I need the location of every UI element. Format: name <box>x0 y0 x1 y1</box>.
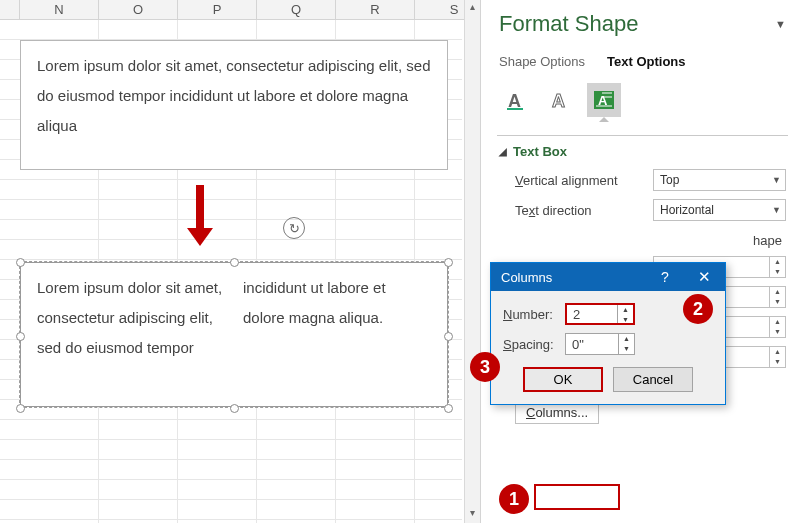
red-arrow-icon <box>190 185 210 245</box>
tab-shape-options[interactable]: Shape Options <box>499 54 585 69</box>
number-spinner[interactable]: 2 ▲▼ <box>565 303 635 325</box>
ok-button[interactable]: OK <box>523 367 603 392</box>
callout-2: 2 <box>683 294 713 324</box>
text-direction-label: Text direction <box>515 203 653 218</box>
resize-handle[interactable] <box>444 258 453 267</box>
callout-1: 1 <box>499 484 529 514</box>
col-header[interactable]: N <box>20 0 99 19</box>
col-header[interactable]: R <box>336 0 415 19</box>
dialog-titlebar[interactable]: Columns ? ✕ <box>491 263 725 291</box>
text-fill-outline-icon[interactable]: A <box>499 83 533 117</box>
col-header[interactable]: Q <box>257 0 336 19</box>
text-effects-icon[interactable]: A <box>543 83 577 117</box>
scroll-up-icon[interactable]: ▴ <box>465 0 480 16</box>
resize-handle[interactable] <box>444 332 453 341</box>
text-box-two-column[interactable]: Lorem ipsum dolor sit amet, consectetur … <box>20 262 448 407</box>
truncated-label: hape <box>653 233 786 248</box>
dropdown-icon: ▼ <box>772 175 781 185</box>
close-icon[interactable]: ✕ <box>683 268 725 286</box>
number-label: Number: <box>503 307 565 322</box>
resize-handle[interactable] <box>230 258 239 267</box>
svg-text:A: A <box>552 91 565 111</box>
column-headers: N O P Q R S <box>0 0 480 20</box>
text-box-single-column[interactable]: Lorem ipsum dolor sit amet, consectetur … <box>20 40 448 170</box>
resize-handle[interactable] <box>230 404 239 413</box>
col-header[interactable] <box>0 0 20 19</box>
spinner-arrows-icon[interactable]: ▲▼ <box>769 287 785 307</box>
text-box-selected[interactable]: ↻ Lorem ipsum dolor sit amet, consectetu… <box>10 252 458 417</box>
col-header[interactable]: O <box>99 0 178 19</box>
spinner-arrows-icon[interactable]: ▲▼ <box>769 347 785 367</box>
col-header[interactable]: P <box>178 0 257 19</box>
dialog-title: Columns <box>501 270 552 285</box>
columns-dialog: Columns ? ✕ Number: 2 ▲▼ Spacing: 0" ▲▼ … <box>490 262 726 405</box>
help-icon[interactable]: ? <box>647 269 683 285</box>
dropdown-icon: ▼ <box>772 205 781 215</box>
spacing-spinner[interactable]: 0" ▲▼ <box>565 333 635 355</box>
callout-3: 3 <box>470 352 500 382</box>
scroll-down-icon[interactable]: ▾ <box>465 506 480 522</box>
vertical-scrollbar[interactable]: ▴ ▾ <box>464 0 480 523</box>
textbox-icon[interactable]: A <box>587 83 621 117</box>
spinner-arrows-icon[interactable]: ▲▼ <box>618 334 634 354</box>
options-tabstrip: Shape Options Text Options <box>499 54 786 69</box>
svg-rect-1 <box>507 108 523 110</box>
collapse-triangle-icon: ◢ <box>499 146 507 157</box>
vertical-alignment-label: Vertical alignment <box>515 173 653 188</box>
section-text-box[interactable]: ◢ Text Box <box>499 144 786 159</box>
spinner-arrows-icon[interactable]: ▲▼ <box>769 317 785 337</box>
resize-handle[interactable] <box>16 404 25 413</box>
panel-title: Format Shape <box>499 11 638 37</box>
resize-handle[interactable] <box>16 258 25 267</box>
cancel-button[interactable]: Cancel <box>613 367 693 392</box>
spinner-arrows-icon[interactable]: ▲▼ <box>769 257 785 277</box>
worksheet: N O P Q R S ▴ ▾ Lorem ipsum dolor sit am… <box>0 0 480 523</box>
highlight-columns-button <box>534 484 620 510</box>
spinner-arrows-icon[interactable]: ▲▼ <box>617 305 633 323</box>
vertical-alignment-combo[interactable]: Top▼ <box>653 169 786 191</box>
text-direction-combo[interactable]: Horizontal▼ <box>653 199 786 221</box>
spacing-label: Spacing: <box>503 337 565 352</box>
tab-text-options[interactable]: Text Options <box>607 54 685 69</box>
resize-handle[interactable] <box>444 404 453 413</box>
panel-menu-caret-icon[interactable]: ▼ <box>775 18 786 30</box>
resize-handle[interactable] <box>16 332 25 341</box>
